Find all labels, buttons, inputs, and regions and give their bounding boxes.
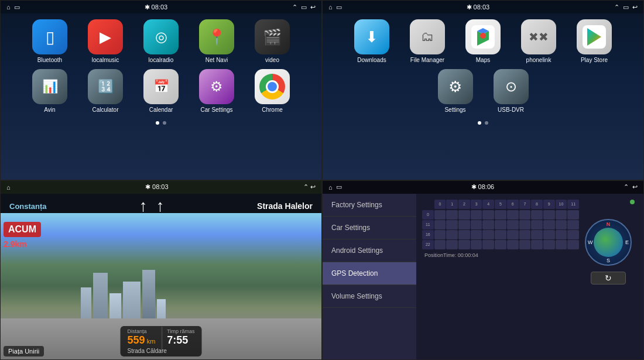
app-icon-carsettings: ⚙ <box>199 69 234 104</box>
app-video[interactable]: 🎬 video <box>251 19 294 63</box>
app-label-localmusic: localmusic <box>92 57 119 63</box>
nav-bt-icon: ✱ <box>145 183 150 190</box>
grid-row-label-0: 0 <box>422 210 434 220</box>
dot-2-tr[interactable] <box>485 121 488 125</box>
grid-col-4: 4 <box>482 200 494 209</box>
gc-2-7 <box>519 230 531 239</box>
grid-row-label-16: 16 <box>422 230 434 239</box>
gc-2-10 <box>556 230 567 239</box>
gc-1-1 <box>446 220 458 229</box>
settings-factory[interactable]: Factory Settings <box>323 194 416 217</box>
app-downloads[interactable]: ⬇ Downloads <box>350 19 394 63</box>
app-icon-phonelink: ✖✖ <box>521 19 556 54</box>
nav-screen: ⌂ ✱ 08:03 ⌃ ↩ Constanța ↑ ↑ <box>1 181 321 360</box>
nav-distance: 2.9km <box>4 239 27 249</box>
nav-city: Constanța <box>9 202 47 211</box>
nav-home-icon[interactable]: ⌂ <box>6 184 11 191</box>
home-icon[interactable]: ⌂ <box>6 4 11 11</box>
app-icon-bluetooth: ▯ <box>32 19 67 54</box>
app-calculator[interactable]: 🔢 Calculator <box>84 69 128 113</box>
nav-back-icon[interactable]: ↩ <box>310 183 316 190</box>
nav-city-label: Constanța <box>9 201 47 211</box>
app-row-1-tl: ▯ Bluetooth ▶ localmusic ◎ <box>28 19 294 63</box>
dot-2-tl[interactable] <box>163 121 166 125</box>
wifi-icon-tl: ⌃ <box>292 4 297 11</box>
app-label-calculator: Calculator <box>92 107 118 113</box>
app-label-usbdvr: USB-DVR <box>498 107 524 113</box>
app-grid-tl: ▯ Bluetooth ▶ localmusic ◎ <box>1 13 321 180</box>
settings-volume[interactable]: Volume Settings <box>323 285 416 308</box>
page-dots-tr <box>478 121 488 125</box>
app-phonelink[interactable]: ✖✖ phonelink <box>517 19 561 63</box>
home-icon-tr[interactable]: ⌂ <box>328 4 333 11</box>
dot-1-tl[interactable] <box>156 121 159 125</box>
grid-col-9: 9 <box>543 200 555 209</box>
gc-2-2 <box>458 230 470 239</box>
app-icon-usbdvr: ⊙ <box>494 69 529 104</box>
settings-menu: Factory Settings Car Settings Android Se… <box>323 194 416 360</box>
gc-0-0 <box>434 210 446 220</box>
app-chrome[interactable]: Chrome <box>251 69 294 113</box>
settings-gps[interactable]: GPS Detection <box>323 262 416 285</box>
grid-col-0: 0 <box>434 200 446 209</box>
dot-1-tr[interactable] <box>478 121 481 125</box>
position-time: PositionTime: 00:00:04 <box>422 250 579 260</box>
settings-body: Factory Settings Car Settings Android Se… <box>323 194 643 360</box>
gc-3-6 <box>507 240 519 249</box>
minus-icon-tr[interactable]: ▭ <box>336 4 342 11</box>
settings-car-label: Car Settings <box>331 224 370 232</box>
app-playstore[interactable]: Play Store <box>573 19 616 63</box>
app-carsettings[interactable]: ⚙ Car Settings <box>195 69 239 113</box>
panel-home-screen: ⌂ ▭ ✱ 08:03 ⌃ ▭ ↩ ▯ <box>0 0 322 180</box>
settings-factory-label: Factory Settings <box>331 201 382 209</box>
gc-2-3 <box>471 230 482 239</box>
building-1 <box>81 287 91 323</box>
gc-1-7 <box>519 220 531 229</box>
app-avin[interactable]: 📊 Avin <box>28 69 72 113</box>
app-bluetooth[interactable]: ▯ Bluetooth <box>28 19 72 63</box>
settings-wifi-icon: ⌃ <box>624 183 629 191</box>
grid-col-2: 2 <box>458 200 470 209</box>
back-icon-tr[interactable]: ↩ <box>632 4 638 11</box>
gps-grid-header: 0 1 2 3 4 5 6 7 8 9 10 11 <box>422 200 579 209</box>
gc-0-8 <box>531 210 543 220</box>
settings-android-label: Android Settings <box>331 246 383 255</box>
nav-dist-label: Distanța <box>128 328 156 334</box>
settings-minus-icon[interactable]: ▭ <box>336 183 342 191</box>
nav-dist-unit: km <box>147 338 156 345</box>
settings-android[interactable]: Android Settings <box>323 239 416 262</box>
app-localmusic[interactable]: ▶ localmusic <box>84 19 128 63</box>
compass-widget: N S E W <box>585 219 632 266</box>
settings-home-icon[interactable]: ⌂ <box>328 184 333 191</box>
chrome-inner-circle <box>266 80 279 93</box>
settings-back-icon[interactable]: ↩ <box>632 183 638 191</box>
minus-icon[interactable]: ▭ <box>14 4 20 11</box>
app-maps[interactable]: Maps <box>461 19 505 63</box>
status-right-br: ⌃ ↩ <box>624 183 638 191</box>
app-row-2-tl: 📊 Avin 🔢 Calculator 📅 Ca <box>28 69 294 113</box>
app-usbdvr[interactable]: ⊙ USB-DVR <box>489 69 533 113</box>
gc-2-9 <box>543 230 555 239</box>
gc-0-4 <box>482 210 494 220</box>
gc-1-9 <box>543 220 555 229</box>
back-icon-tl[interactable]: ↩ <box>310 4 316 11</box>
gc-2-6 <box>507 230 519 239</box>
app-localradio[interactable]: ◎ localradio <box>139 19 183 63</box>
app-calendar[interactable]: 📅 Calendar <box>139 69 183 113</box>
status-right-tl: ⌃ ▭ ↩ <box>292 4 316 11</box>
app-netnavi[interactable]: 📍 Net Navi <box>195 19 239 63</box>
settings-car[interactable]: Car Settings <box>323 217 416 239</box>
gc-3-7 <box>519 240 531 249</box>
gc-0-2 <box>458 210 470 220</box>
gps-grid-row-2: 11 <box>422 220 579 229</box>
app-grid-tr: ⬇ Downloads 🗂 File Manager <box>323 13 643 180</box>
app-filemanager[interactable]: 🗂 File Manager <box>406 19 450 63</box>
app-label-localradio: localradio <box>149 57 174 63</box>
settings-time: 08:06 <box>478 183 495 190</box>
gps-refresh-button[interactable]: ↻ <box>591 272 626 284</box>
chrome-outer-ring <box>259 74 285 100</box>
status-center-tl: ✱ 08:03 <box>145 4 168 11</box>
app-settings[interactable]: ⚙ Settings <box>433 69 477 113</box>
panel-apps-screen: ⌂ ▭ ✱ 08:03 ⌃ ▭ ↩ ⬇ <box>322 0 644 180</box>
app-label-phonelink: phonelink <box>526 57 551 63</box>
